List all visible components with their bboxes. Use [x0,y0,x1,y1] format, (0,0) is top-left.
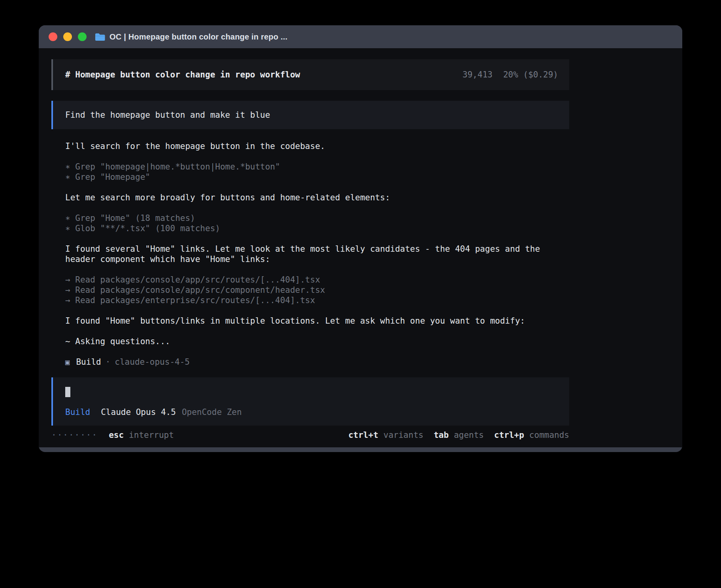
assistant-text: I found "Home" buttons/links in multiple… [65,316,569,326]
terminal-content: # Homepage button color change in repo w… [39,48,682,447]
agent-name: Build [76,357,101,367]
hint-variants: ctrl+tvariants [348,430,423,440]
hint-interrupt: escinterrupt [109,430,174,440]
tool-call: ∗ Glob "**/*.tsx" (100 matches) [65,223,569,234]
key-tab: tab [434,430,449,440]
tool-call-group: ∗ Grep "Home" (18 matches) ∗ Glob "**/*.… [65,213,569,234]
statusbar-left: ········ escinterrupt [51,430,174,440]
spinner-dots: ········ [51,430,98,440]
tool-call: ∗ Grep "Homepage" [65,172,569,182]
minimize-button[interactable] [63,32,72,41]
read-call: → Read packages/console/app/src/componen… [65,285,569,295]
assistant-text: Let me search more broadly for buttons a… [65,192,569,203]
agent-status-line: ▣ Build · claude-opus-4-5 [65,357,569,367]
key-ctrl-t: ctrl+t [348,430,378,440]
read-call: → Read packages/enterprise/src/routes/[.… [65,295,569,305]
user-message-text: Find the homepage button and make it blu… [65,110,270,120]
zoom-button[interactable] [78,32,87,41]
tool-call: ∗ Grep "homepage|home.*button|Home.*butt… [65,162,569,172]
key-ctrl-p: ctrl+p [494,430,524,440]
assistant-text: I found several "Home" links. Let me loo… [65,244,569,264]
hint-label: interrupt [129,430,174,440]
hint-label: commands [529,430,569,440]
statusbar-right: ctrl+tvariants tabagents ctrl+pcommands [348,430,569,440]
token-count: 39,413 [462,70,493,79]
close-button[interactable] [49,32,57,41]
statusbar: ········ escinterrupt ctrl+tvariants tab… [51,430,569,440]
title-wrap: OC | Homepage button color change in rep… [95,32,287,41]
window-title: OC | Homepage button color change in rep… [109,32,287,41]
hint-commands: ctrl+pcommands [494,430,569,440]
terminal-window: OC | Homepage button color change in rep… [39,25,682,452]
provider-name: OpenCode Zen [182,407,242,417]
read-call: → Read packages/console/app/src/routes/[… [65,275,569,285]
assistant-text: I'll search for the homepage button in t… [65,141,569,151]
session-title: # Homepage button color change in repo w… [65,70,300,79]
text-cursor [65,387,70,397]
mode-label: Build [65,407,90,417]
assistant-status: ~ Asking questions... [65,336,569,347]
session-header: # Homepage button color change in repo w… [51,59,569,90]
context-cost: 20% ($0.29) [503,70,558,79]
agent-model: claude-opus-4-5 [115,357,190,367]
agent-icon: ▣ [65,357,70,367]
dot-separator: · [106,357,111,367]
hint-agents: tabagents [434,430,484,440]
model-name: Claude Opus 4.5 [101,407,176,417]
user-message: Find the homepage button and make it blu… [51,101,569,129]
folder-icon [95,32,105,41]
conversation: I'll search for the homepage button in t… [51,141,569,367]
model-row: Build Claude Opus 4.5 OpenCode Zen [65,407,569,417]
key-esc: esc [109,430,124,440]
tool-call-group: → Read packages/console/app/src/routes/[… [65,275,569,305]
tool-call-group: ∗ Grep "homepage|home.*button|Home.*butt… [65,162,569,182]
hint-label: agents [454,430,484,440]
traffic-lights [49,32,87,41]
session-stats: 39,413 20% ($0.29) [462,70,558,79]
tool-call: ∗ Grep "Home" (18 matches) [65,213,569,223]
prompt-input[interactable]: Build Claude Opus 4.5 OpenCode Zen [51,377,569,426]
hint-label: variants [383,430,423,440]
titlebar: OC | Homepage button color change in rep… [39,25,682,48]
